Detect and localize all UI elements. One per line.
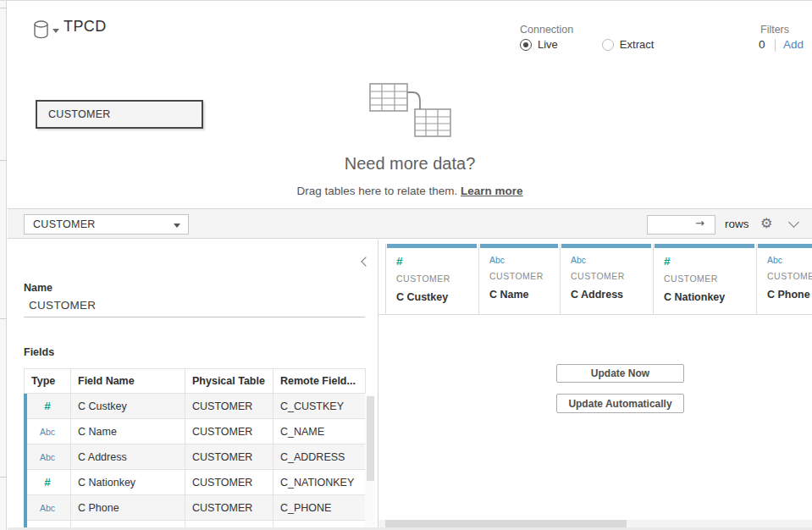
field-name-cell: C Nationkey xyxy=(71,470,185,495)
col-header-remote-field[interactable]: Remote Field... xyxy=(273,369,366,394)
grid-column-header[interactable]: Abc CUSTOMER C Phone xyxy=(756,244,812,314)
physical-table-cell: CUSTOMER xyxy=(185,419,273,444)
field-row[interactable]: Abc C Address CUSTOMER C_ADDRESS xyxy=(25,444,366,470)
panel-divider xyxy=(378,240,378,530)
table-selector-value: CUSTOMER xyxy=(33,218,96,230)
physical-table-cell: CUSTOMER xyxy=(185,470,273,495)
pane-edge-tick xyxy=(0,477,7,478)
field-name-cell: C Address xyxy=(71,444,185,470)
remote-field-cell: C_NATIONKEY xyxy=(273,470,366,495)
radio-live-icon[interactable] xyxy=(520,39,532,51)
grid-column-header[interactable]: Abc CUSTOMER C Name xyxy=(478,244,560,314)
grid-column-table-name: CUSTOMER xyxy=(571,271,653,281)
filters-divider xyxy=(775,39,776,52)
field-name-cell: C Phone xyxy=(71,495,185,521)
fields-label: Fields xyxy=(24,346,54,358)
fields-scrollbar-thumb[interactable] xyxy=(367,396,374,481)
col-header-field-name[interactable]: Field Name xyxy=(71,369,185,394)
filters-count: 0 xyxy=(759,38,765,51)
field-row[interactable]: # C Nationkey CUSTOMER C_NATIONKEY xyxy=(25,470,366,495)
grid-column-header[interactable]: # CUSTOMER C Custkey xyxy=(385,244,478,314)
field-type-icon[interactable]: Abc xyxy=(40,503,55,513)
grid-column-type-icon[interactable]: Abc xyxy=(767,255,812,265)
physical-table-cell: CUSTOMER xyxy=(185,394,273,419)
field-name-cell: C Name xyxy=(71,419,185,444)
grid-column-table-name: CUSTOMER xyxy=(396,273,478,284)
field-type-icon[interactable]: Abc xyxy=(40,427,55,437)
update-automatically-button[interactable]: Update Automatically xyxy=(556,394,684,413)
page-title: TPCD xyxy=(64,18,107,36)
pane-edge-tick xyxy=(0,160,7,161)
radio-extract-icon[interactable] xyxy=(602,39,614,51)
selected-table-accent-bar xyxy=(24,394,27,530)
connection-options: Live Extract xyxy=(520,38,654,51)
grid-column-field-name: C Address xyxy=(571,289,653,301)
field-type-icon[interactable]: # xyxy=(44,400,51,412)
grid-header-divider xyxy=(378,314,812,315)
radio-live[interactable]: Live xyxy=(520,38,558,51)
grid-column-type-icon[interactable]: # xyxy=(396,255,478,268)
filters-label: Filters xyxy=(760,24,789,36)
remote-field-cell: C_CUSTKEY xyxy=(273,394,366,419)
grid-column-table-name: CUSTOMER xyxy=(489,271,560,281)
arrow-right-icon[interactable]: → xyxy=(695,217,704,229)
empty-hint-text: Drag tables here to relate them. xyxy=(296,185,457,197)
grid-column-table-name: CUSTOMER xyxy=(767,271,812,281)
name-input-underline xyxy=(24,317,365,317)
col-header-physical-table[interactable]: Physical Table xyxy=(185,369,273,394)
name-label: Name xyxy=(24,282,52,294)
learn-more-link[interactable]: Learn more xyxy=(461,185,523,197)
grid-column-type-icon[interactable]: # xyxy=(664,255,756,268)
field-row[interactable]: Abc C Name CUSTOMER C_NAME xyxy=(25,419,366,444)
grid-column-type-icon[interactable]: Abc xyxy=(571,255,653,265)
col-header-type[interactable]: Type xyxy=(25,369,71,394)
fields-table-body: # C Custkey CUSTOMER C_CUSTKEY Abc C Nam… xyxy=(25,394,366,530)
fields-table-header-row: Type Field Name Physical Table Remote Fi… xyxy=(25,369,366,394)
grid-column-field-name: C Custkey xyxy=(396,291,478,303)
rows-limit-input[interactable] xyxy=(647,215,715,235)
table-selector-dropdown[interactable]: CUSTOMER xyxy=(24,214,189,235)
table-name-input[interactable] xyxy=(29,299,351,312)
field-type-icon[interactable]: Abc xyxy=(40,452,55,462)
data-grid-header: # CUSTOMER C Custkey Abc CUSTOMER C Name… xyxy=(385,244,812,314)
database-menu-caret-icon[interactable] xyxy=(52,29,59,33)
dropdown-caret-icon xyxy=(174,224,180,228)
grid-column-type-icon[interactable]: Abc xyxy=(489,255,560,265)
update-now-button[interactable]: Update Now xyxy=(556,364,684,383)
grid-column-field-name: C Phone xyxy=(767,289,812,301)
chevron-down-icon[interactable] xyxy=(788,217,799,228)
datasource-toolbar: CUSTOMER → rows ⚙ xyxy=(8,208,812,239)
fields-table: Type Field Name Physical Table Remote Fi… xyxy=(24,368,366,530)
field-name-cell: C Custkey xyxy=(71,394,185,419)
grid-column-header[interactable]: # CUSTOMER C Nationkey xyxy=(653,244,756,314)
database-icon[interactable] xyxy=(33,20,49,39)
radio-extract[interactable]: Extract xyxy=(602,38,654,51)
physical-table-cell: CUSTOMER xyxy=(185,444,273,470)
grid-column-header[interactable]: Abc CUSTOMER C Address xyxy=(560,244,653,314)
grid-column-field-name: C Nationkey xyxy=(664,291,756,303)
remote-field-cell: C_ADDRESS xyxy=(273,444,366,470)
grid-column-field-name: C Name xyxy=(489,289,560,301)
pane-edge-tick xyxy=(0,8,7,8)
rows-label: rows xyxy=(725,218,749,230)
pane-edge-tick xyxy=(0,318,7,319)
relate-tables-illustration xyxy=(8,82,812,141)
physical-table-cell: CUSTOMER xyxy=(185,495,273,521)
relationship-canvas: TPCD Connection Live Extract Filters 0 A… xyxy=(8,1,812,208)
collapse-panel-icon[interactable] xyxy=(361,257,370,266)
field-type-icon[interactable]: # xyxy=(44,476,51,489)
radio-live-label: Live xyxy=(538,38,558,51)
add-filter-link[interactable]: Add xyxy=(783,38,804,51)
tableau-datasource-page: TPCD Connection Live Extract Filters 0 A… xyxy=(0,0,812,530)
gear-icon[interactable]: ⚙ xyxy=(760,215,772,231)
remote-field-cell: C_PHONE xyxy=(273,495,366,521)
field-row[interactable]: # C Custkey CUSTOMER C_CUSTKEY xyxy=(25,394,366,419)
collapsed-left-pane[interactable] xyxy=(0,1,7,530)
grid-column-table-name: CUSTOMER xyxy=(664,273,756,284)
empty-state-hint: Drag tables here to relate them. Learn m… xyxy=(8,185,812,197)
connection-label: Connection xyxy=(520,24,573,36)
remote-field-cell: C_NAME xyxy=(273,419,366,444)
empty-state-title: Need more data? xyxy=(8,154,812,174)
field-row[interactable]: Abc C Phone CUSTOMER C_PHONE xyxy=(25,495,366,521)
radio-extract-label: Extract xyxy=(620,38,654,51)
